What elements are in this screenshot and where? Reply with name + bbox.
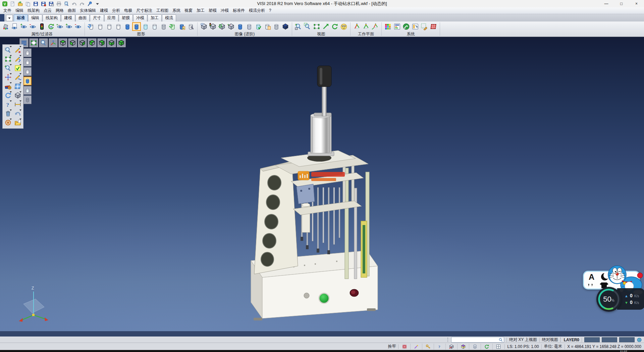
copy-doc-icon[interactable] (24, 0, 31, 7)
hand-grid-icon[interactable] (420, 22, 429, 31)
tab-10[interactable]: 模流 (162, 14, 176, 21)
cyl-blue-icon[interactable] (236, 22, 245, 31)
pin-icon[interactable] (86, 0, 93, 7)
menu-item-8[interactable]: 分析 (110, 7, 122, 14)
tab-4[interactable]: 曲面 (75, 14, 90, 21)
check-icon[interactable] (13, 63, 22, 73)
mag-frame-icon[interactable] (303, 22, 312, 31)
pencil-x-icon[interactable] (13, 45, 22, 54)
cyl-pale-icon[interactable] (23, 86, 32, 95)
move-icon[interactable] (3, 73, 13, 82)
globe-wrench-icon[interactable] (402, 22, 411, 31)
menu-item-12[interactable]: 系统 (170, 7, 182, 14)
frame-icon[interactable] (312, 22, 321, 31)
cyl-refresh-icon[interactable] (87, 22, 96, 31)
network-speed-panel[interactable]: ▲ 0 K/s ▼ 0 K/s (617, 288, 644, 310)
save-icon[interactable] (32, 0, 39, 7)
box-purple-icon[interactable] (457, 344, 467, 350)
view-ref-label[interactable]: 绝对视图 (542, 337, 558, 343)
cyl-outline-icon[interactable] (105, 22, 114, 31)
menu-item-9[interactable]: 电极 (122, 7, 134, 14)
palette-icon[interactable] (384, 22, 392, 31)
eye-minus-icon[interactable]: - (29, 22, 37, 31)
trash-icon[interactable] (3, 109, 13, 118)
tab-8[interactable]: 冲模 (133, 14, 147, 21)
axes-view-icon[interactable] (49, 38, 58, 47)
save-as-icon[interactable] (40, 0, 47, 7)
speed-gauge-overlay[interactable]: 50% (596, 287, 621, 312)
cyl-stripe-icon[interactable] (245, 22, 254, 31)
refresh-eye-icon[interactable] (47, 22, 55, 31)
menu-item-13[interactable]: 视窗 (182, 7, 195, 14)
menu-item-4[interactable]: 网格 (54, 7, 66, 14)
question-icon[interactable]: ? (3, 100, 13, 109)
wp-axes-red-icon[interactable] (353, 22, 361, 31)
cyl-cyan-icon[interactable] (141, 22, 150, 31)
layer-label[interactable]: LAYER0 (564, 338, 579, 342)
search-input[interactable] (452, 338, 499, 342)
bucket-icon[interactable] (1, 22, 10, 31)
cyl-outline-icon[interactable] (23, 67, 32, 76)
tab-1[interactable]: 编辑 (28, 14, 42, 21)
lock-label[interactable]: 拴牢 (388, 344, 396, 349)
arrow-green-icon[interactable] (321, 22, 330, 31)
cyl-wire-icon[interactable] (159, 22, 168, 31)
preview-icon[interactable] (63, 0, 70, 7)
toolbar-grip[interactable] (447, 338, 449, 342)
view-mode-label[interactable]: 绝对 XY 上视图 (509, 337, 537, 343)
window-blue-icon[interactable] (13, 82, 22, 91)
cyl-pale-icon[interactable] (150, 22, 159, 31)
traffic-icon[interactable] (38, 22, 46, 31)
redo-icon[interactable] (78, 0, 85, 7)
cyl-page-icon[interactable] (263, 22, 272, 31)
cube-right-icon[interactable] (97, 38, 106, 47)
tab-2[interactable]: 线架构 (43, 14, 61, 21)
menu-item-18[interactable]: 模流分析 (247, 7, 267, 14)
wand-icon[interactable] (410, 344, 420, 350)
card-tools-icon[interactable] (411, 22, 420, 31)
menu-item-5[interactable]: 曲面 (66, 7, 78, 14)
cyl-blue-icon[interactable] (132, 22, 141, 31)
menu-item-16[interactable]: 冲模 (219, 7, 231, 14)
undo-big-icon[interactable] (13, 109, 22, 118)
cyl-wire-icon[interactable] (272, 22, 281, 31)
box-refresh-icon[interactable] (218, 22, 226, 31)
mag-fly-icon[interactable] (39, 38, 48, 47)
menu-item-6[interactable]: 实体编辑 (78, 7, 98, 14)
tab-9[interactable]: 加工 (148, 14, 162, 21)
wp-axes-green-icon[interactable] (362, 22, 370, 31)
cyl-wire-icon[interactable] (23, 95, 32, 104)
smiley-icon[interactable] (339, 22, 348, 31)
books-icon[interactable] (3, 82, 13, 91)
pencil-wave-icon[interactable] (13, 73, 22, 82)
compass-box-icon[interactable] (445, 344, 455, 350)
cyl-wrench-icon[interactable] (186, 22, 195, 31)
cyl-stack-green-icon[interactable] (168, 22, 177, 31)
minimize-button[interactable]: — (599, 0, 614, 7)
menu-item-10[interactable]: 尺寸标注 (134, 7, 154, 14)
eye-pm-icon[interactable]: +- (56, 22, 64, 31)
viewport-3d[interactable]: Z +? (0, 37, 644, 337)
menu-item-2[interactable]: 线架构 (25, 7, 42, 14)
refresh-blue-icon[interactable] (3, 91, 13, 100)
cube-solid-icon[interactable] (117, 38, 126, 47)
cube-front-icon[interactable] (78, 38, 87, 47)
menu-item-1[interactable]: 编辑 (13, 7, 25, 14)
new-doc-icon[interactable] (9, 0, 16, 7)
cyl-blue-icon[interactable] (123, 22, 132, 31)
tab-overflow-button[interactable] (6, 15, 13, 21)
tab-6[interactable]: 应用 (104, 14, 118, 21)
compass-icon[interactable] (3, 118, 13, 127)
rotate-green-icon[interactable] (481, 344, 490, 350)
mag-fly-icon[interactable] (3, 45, 13, 54)
menu-item-17[interactable]: 标准件 (231, 7, 247, 14)
measure-icon[interactable] (13, 100, 22, 109)
menu-item-19[interactable]: ? (267, 7, 273, 14)
color-swatch[interactable] (602, 337, 617, 342)
cyl-plus-icon[interactable]: + (177, 22, 186, 31)
caret-down-icon[interactable] (94, 0, 101, 7)
print-icon[interactable] (55, 0, 62, 7)
tab-5[interactable]: 尺寸 (90, 14, 104, 21)
grid-window-icon[interactable] (492, 344, 502, 350)
cube-back-icon[interactable] (107, 38, 116, 47)
